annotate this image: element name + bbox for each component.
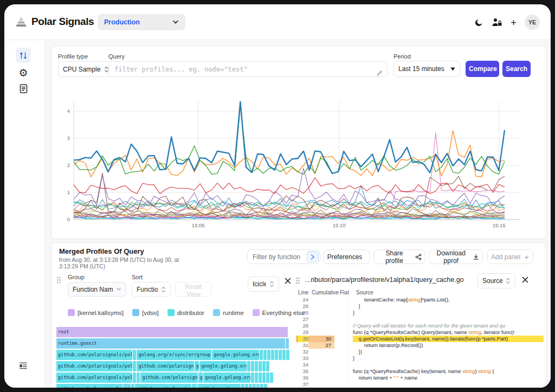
icicle-node[interactable] — [270, 372, 273, 383]
code-cell: return tenant + ":" + name — [353, 375, 544, 381]
sidebar-item-docs[interactable] — [16, 81, 31, 96]
icicle-node[interactable] — [133, 361, 136, 371]
icicle-node[interactable] — [271, 350, 274, 360]
user-permissions-button[interactable] — [492, 17, 502, 27]
icicle-node[interactable]: golang.org/x/sync/errgroup.(*Group) — [137, 350, 211, 360]
merged-profiles-range-line2: 3:13:29 PM (UTC) — [59, 263, 105, 269]
icicle-node[interactable] — [262, 361, 266, 371]
icicle-node[interactable] — [279, 350, 282, 360]
group-select[interactable]: Function Name — [68, 282, 126, 297]
icicle-node[interactable] — [247, 361, 250, 371]
sidebar-item-log-view[interactable] — [16, 358, 31, 373]
reset-view-button[interactable]: Reset View — [175, 282, 212, 297]
icicle-node[interactable] — [282, 350, 286, 360]
icicle-node[interactable] — [251, 361, 254, 371]
user-lock-icon — [492, 17, 502, 27]
profile-type-select[interactable]: CPU Samples — [58, 61, 114, 77]
icicle-node[interactable] — [137, 372, 140, 383]
icicle-node[interactable]: google.golang.org/grpc — [199, 361, 247, 371]
icicle-node[interactable]: root — [56, 327, 288, 337]
source-code-view[interactable]: 24 tenantCache: map[string]*parts.List()… — [296, 297, 544, 388]
code-cell — [334, 310, 349, 316]
source-panel-drag-handle[interactable] — [295, 277, 300, 284]
svg-text:15:10: 15:10 — [333, 222, 346, 228]
code-cell — [308, 362, 334, 368]
icicle-panel-drag-handle[interactable] — [56, 277, 61, 284]
add-button[interactable]: + — [511, 17, 517, 28]
sort-select[interactable]: Function — [132, 282, 171, 297]
period-select[interactable]: Last 15 minutes — [393, 61, 460, 77]
filter-by-function-input[interactable] — [248, 253, 307, 261]
avatar[interactable]: YE — [525, 15, 540, 30]
svg-text:3: 3 — [67, 135, 70, 141]
icicle-node[interactable]: g — [195, 361, 199, 371]
icicle-node[interactable] — [259, 372, 262, 383]
icicle-node[interactable] — [286, 338, 289, 349]
download-icon — [473, 253, 479, 261]
sidebar-item-query[interactable] — [16, 48, 31, 63]
icicle-node[interactable] — [251, 372, 254, 383]
icicle-node[interactable] — [266, 361, 269, 371]
icicle-node[interactable]: github.com/polarsignals/polarsignals — [56, 372, 132, 383]
icicle-node[interactable] — [262, 372, 266, 383]
compare-button[interactable]: Compare — [466, 61, 499, 77]
icicle-node[interactable]: github.com/parca-dev — [197, 384, 241, 388]
icicle-node[interactable] — [255, 361, 258, 371]
icicle-node[interactable] — [260, 384, 263, 388]
code-cell: 27 — [308, 342, 334, 349]
dark-mode-toggle[interactable] — [474, 18, 483, 27]
icicle-node[interactable] — [245, 384, 248, 388]
icicle-node[interactable]: google.golang.org/grpc — [212, 350, 259, 360]
download-pprof-button[interactable]: Download pprof — [429, 249, 483, 264]
icicle-node[interactable] — [275, 350, 278, 360]
icicle-node[interactable]: g — [192, 384, 197, 388]
source-panel-close-button[interactable] — [521, 275, 530, 284]
source-view-select[interactable]: Source — [477, 273, 515, 288]
add-panel-button[interactable]: Add panel + — [487, 249, 533, 264]
code-cell: q.getOrCreateList(q.key(tenant, name)).I… — [353, 336, 544, 342]
icicle-node[interactable] — [264, 384, 267, 388]
metrics-line-chart[interactable]: 0123415:0515:1015:15 — [58, 98, 539, 234]
legend-item: runtime — [213, 309, 243, 316]
icicle-node[interactable]: runtime.goexit — [56, 338, 285, 349]
icicle-panel-close-button[interactable] — [283, 277, 292, 285]
icicle-node[interactable] — [241, 384, 244, 388]
icicle-node[interactable] — [260, 350, 263, 360]
icicle-node[interactable] — [267, 350, 270, 360]
code-cell — [308, 323, 334, 329]
icicle-node[interactable]: google.golang.org/grpc — [203, 372, 250, 383]
icicle-node[interactable]: github.com/polarsignals/pola — [56, 384, 122, 388]
icicle-node[interactable] — [255, 372, 258, 383]
icicle-node[interactable] — [249, 384, 252, 388]
query-input[interactable] — [108, 61, 388, 77]
icicle-node[interactable] — [266, 372, 269, 383]
preferences-button[interactable]: Preferences — [324, 249, 370, 264]
sidebar-item-settings[interactable]: ⚙ — [16, 65, 31, 80]
edit-pencil-icon[interactable] — [377, 70, 383, 76]
icicle-node[interactable]: github.com/polarsignals/polarsignals — [56, 361, 132, 371]
icicle-node[interactable] — [133, 372, 136, 383]
icicle-node[interactable] — [259, 361, 262, 371]
icicle-node[interactable]: github.com/polarsignals/frostdb — [137, 361, 193, 371]
caret-down-icon — [450, 67, 455, 71]
code-cell: 29 — [296, 329, 308, 336]
icicle-node[interactable]: g — [198, 372, 203, 383]
icicle-node[interactable] — [286, 350, 289, 360]
code-cell — [308, 310, 334, 316]
search-button[interactable]: Search — [502, 61, 531, 77]
icicle-node[interactable]: github.com/polarsignals/frostdb — [140, 372, 197, 383]
icicle-node[interactable] — [256, 384, 260, 388]
filter-apply-button[interactable] — [307, 251, 319, 262]
icicle-node[interactable] — [131, 384, 134, 388]
icicle-node[interactable]: github.com/polarsignals/polar — [135, 384, 191, 388]
icicle-node[interactable] — [253, 384, 256, 388]
icicle-node[interactable]: gi — [123, 384, 131, 388]
project-selector[interactable]: Production — [98, 14, 185, 30]
icicle-node[interactable] — [133, 350, 136, 360]
icicle-node[interactable]: github.com/polarsignals/polarsignals — [56, 350, 132, 360]
visualization-select[interactable]: Icicle — [248, 277, 279, 292]
gear-icon: ⚙ — [18, 68, 28, 78]
share-profile-button[interactable]: Share profile — [373, 249, 425, 264]
icicle-node[interactable] — [263, 350, 267, 360]
query-label: Query — [108, 53, 125, 60]
